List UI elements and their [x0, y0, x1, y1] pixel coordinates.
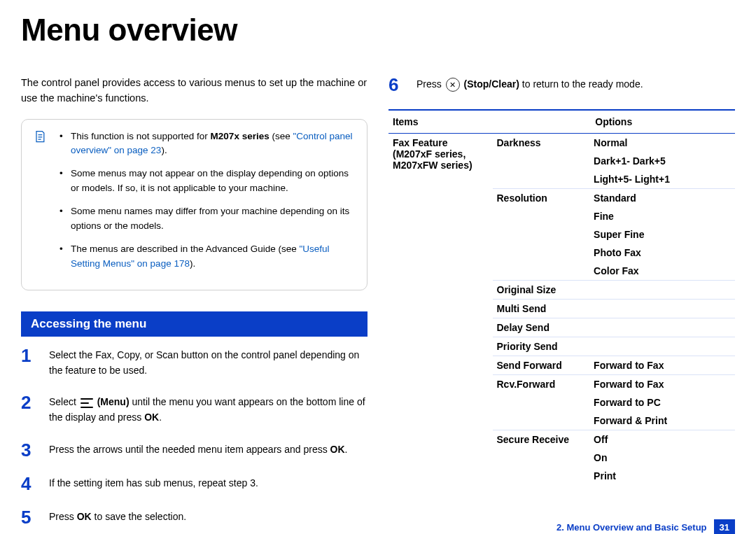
steps-list-continued: 6Press ✕ (Stop/Clear) to return to the r… — [388, 76, 735, 94]
step-6: 6Press ✕ (Stop/Clear) to return to the r… — [388, 76, 735, 94]
option-cell — [589, 300, 735, 318]
option-cell — [589, 281, 735, 300]
option-cell — [589, 337, 735, 356]
step-number: 3 — [21, 441, 36, 459]
sub-item-cell: Multi Send — [493, 300, 590, 318]
option-cell: Forward to Fax — [589, 356, 735, 375]
option-cell: Forward to Fax — [589, 375, 735, 394]
option-cell — [589, 318, 735, 337]
table-header-options: Options — [493, 110, 736, 134]
option-cell: Standard — [589, 189, 735, 208]
two-column-layout: The control panel provides access to var… — [21, 55, 735, 534]
right-column: 6Press ✕ (Stop/Clear) to return to the r… — [388, 55, 735, 534]
step-text: Press ✕ (Stop/Clear) to return to the re… — [416, 76, 643, 92]
option-cell: Normal — [589, 134, 735, 153]
step-1: 1Select the Fax, Copy, or Scan button on… — [21, 346, 368, 378]
note-item: This function is not supported for M207x… — [66, 129, 354, 159]
step-number: 6 — [388, 76, 404, 94]
step-2: 2Select (Menu) until the menu you want a… — [21, 393, 368, 425]
step-5: 5Press OK to save the selection. — [21, 508, 368, 526]
option-cell: Forward & Print — [589, 412, 735, 430]
note-icon — [33, 129, 47, 143]
items-cell: Fax Feature(M207xF series,M207xFW series… — [388, 134, 493, 486]
step-number: 4 — [21, 475, 36, 493]
step-4: 4If the setting item has sub menus, repe… — [21, 475, 368, 493]
step-number: 5 — [21, 508, 36, 526]
left-column: The control panel provides access to var… — [21, 55, 368, 534]
step-number: 2 — [21, 393, 36, 412]
option-cell: Light+5- Light+1 — [589, 170, 735, 189]
footer-chapter: 2. Menu Overview and Basic Setup — [556, 522, 707, 533]
stop-clear-icon: ✕ — [446, 78, 460, 92]
option-cell: On — [589, 449, 735, 467]
sub-item-cell: Send Forward — [493, 356, 590, 375]
note-item: The menus are described in the Advanced … — [66, 242, 354, 272]
page: Menu overview The control panel provides… — [0, 13, 756, 534]
option-cell: Forward to PC — [589, 393, 735, 412]
sub-item-cell: Rcv.Forward — [493, 375, 590, 430]
sub-item-cell: Darkness — [493, 134, 590, 189]
option-cell: Dark+1- Dark+5 — [589, 152, 735, 170]
option-cell: Photo Fax — [589, 244, 735, 262]
cross-reference-link[interactable]: "Useful Setting Menus" on page 178 — [71, 244, 330, 269]
sub-item-cell: Priority Send — [493, 337, 590, 356]
steps-list: 1Select the Fax, Copy, or Scan button on… — [21, 346, 368, 526]
footer-page-number: 31 — [714, 519, 735, 534]
sub-item-cell: Delay Send — [493, 318, 590, 337]
table-row: Fax Feature(M207xF series,M207xFW series… — [388, 134, 735, 153]
option-cell: Off — [589, 430, 735, 449]
sub-item-cell: Resolution — [493, 189, 590, 281]
option-cell: Print — [589, 467, 735, 485]
step-text: Press OK to save the selection. — [49, 508, 186, 525]
option-cell: Super Fine — [589, 225, 735, 244]
menu-icon — [80, 398, 93, 409]
note-box: This function is not supported for M207x… — [21, 119, 368, 290]
note-item: Some menu names may differ from your mac… — [66, 204, 354, 234]
sub-item-cell: Original Size — [493, 281, 590, 300]
step-text: If the setting item has sub menus, repea… — [49, 475, 258, 491]
table-header-items: Items — [388, 110, 493, 134]
option-cell: Color Fax — [589, 262, 735, 281]
page-footer: 2. Menu Overview and Basic Setup 31 — [550, 519, 735, 534]
step-number: 1 — [21, 346, 36, 365]
options-table: Items Options Fax Feature(M207xF series,… — [388, 109, 735, 485]
note-item: Some menus may not appear on the display… — [66, 167, 354, 196]
section-heading-bar: Accessing the menu — [21, 311, 368, 337]
sub-item-cell: Secure Receive — [493, 430, 590, 486]
step-text: Press the arrows until the needed menu i… — [49, 441, 347, 458]
step-text: Select (Menu) until the menu you want ap… — [49, 393, 368, 425]
step-text: Select the Fax, Copy, or Scan button on … — [49, 346, 368, 378]
page-title: Menu overview — [21, 13, 735, 48]
intro-paragraph: The control panel provides access to var… — [21, 76, 368, 106]
option-cell: Fine — [589, 207, 735, 225]
step-3: 3Press the arrows until the needed menu … — [21, 441, 368, 459]
